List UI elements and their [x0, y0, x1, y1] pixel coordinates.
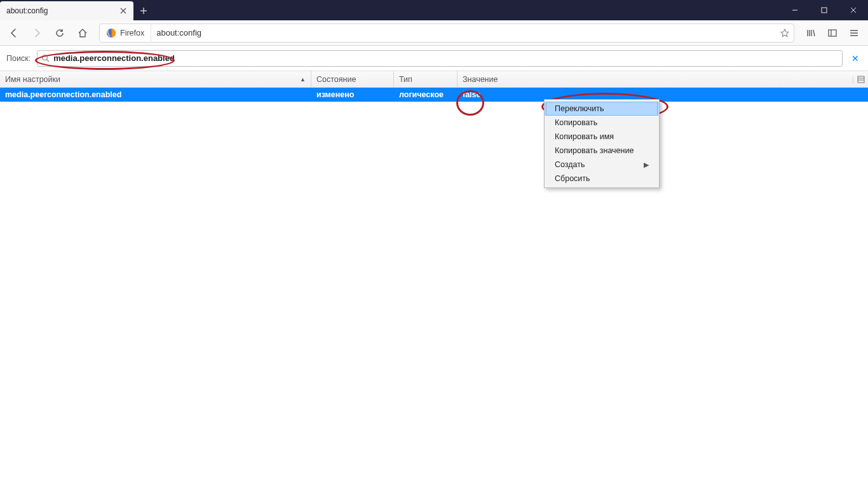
reload-button[interactable]	[50, 23, 70, 43]
column-header-value-label: Значение	[463, 75, 498, 84]
svg-point-4	[43, 55, 48, 60]
app-menu-button[interactable]	[844, 23, 864, 43]
row-type: логическое	[394, 88, 458, 102]
context-menu-item-create[interactable]: Создать▶	[545, 158, 659, 172]
svg-line-5	[47, 60, 50, 62]
row-name: media.peerconnection.enabled	[0, 88, 311, 102]
context-menu: Переключить Копировать Копировать имя Ко…	[544, 99, 660, 188]
firefox-logo-icon	[106, 28, 116, 38]
identity-label: Firefox	[120, 29, 144, 37]
new-tab-button[interactable]	[133, 1, 154, 20]
config-search-clear[interactable]: ✕	[849, 53, 862, 64]
window-maximize-button[interactable]	[810, 0, 839, 20]
library-button[interactable]	[801, 23, 821, 43]
config-search-label: Поиск:	[6, 54, 31, 63]
column-header-type-label: Тип	[399, 75, 412, 84]
context-menu-item-copy[interactable]: Копировать	[545, 116, 659, 130]
config-column-headers: Имя настройки ▲ Состояние Тип Значение	[0, 71, 868, 88]
svg-rect-6	[858, 76, 864, 83]
urlbar[interactable]: Firefox	[99, 24, 794, 43]
home-button[interactable]	[72, 23, 93, 43]
column-header-state[interactable]: Состояние	[311, 71, 394, 87]
bookmark-star-icon[interactable]	[776, 29, 794, 37]
row-value: false	[458, 88, 868, 102]
column-header-value[interactable]: Значение	[458, 71, 853, 87]
chevron-right-icon: ▶	[644, 161, 649, 169]
back-button[interactable]	[4, 23, 24, 43]
context-menu-item-reset[interactable]: Сбросить	[545, 172, 659, 186]
column-picker-button[interactable]	[853, 76, 868, 83]
window-controls	[780, 0, 868, 20]
forward-button	[27, 23, 47, 43]
row-state: изменено	[311, 88, 394, 102]
column-header-name-label: Имя настройки	[5, 75, 60, 84]
config-search-box[interactable]	[37, 50, 843, 67]
column-header-name[interactable]: Имя настройки ▲	[0, 71, 311, 87]
window-close-button[interactable]	[839, 0, 868, 20]
toolbar-end-buttons	[801, 23, 864, 43]
window-minimize-button[interactable]	[780, 0, 810, 20]
url-input[interactable]	[151, 28, 776, 37]
sidebars-button[interactable]	[822, 23, 843, 43]
close-tab-icon[interactable]	[118, 6, 128, 16]
config-search-input[interactable]	[53, 53, 838, 63]
svg-rect-0	[822, 8, 827, 13]
svg-rect-2	[829, 30, 836, 36]
nav-toolbar: Firefox	[0, 20, 868, 46]
column-header-type[interactable]: Тип	[394, 71, 458, 87]
tab-title: about:config	[6, 6, 118, 15]
urlbar-identity-box[interactable]: Firefox	[100, 24, 151, 42]
context-menu-item-copy-value[interactable]: Копировать значение	[545, 144, 659, 158]
sort-indicator-icon: ▲	[300, 76, 306, 83]
window-titlebar: about:config	[0, 0, 868, 20]
column-header-state-label: Состояние	[316, 75, 356, 84]
config-search-bar: Поиск: ✕	[0, 46, 868, 71]
tab-active[interactable]: about:config	[0, 1, 133, 20]
config-row-selected[interactable]: media.peerconnection.enabled изменено ло…	[0, 88, 868, 102]
tabstrip: about:config	[0, 0, 780, 20]
context-menu-item-toggle[interactable]: Переключить	[545, 102, 659, 116]
search-icon	[41, 54, 50, 62]
context-menu-item-copy-name[interactable]: Копировать имя	[545, 130, 659, 144]
